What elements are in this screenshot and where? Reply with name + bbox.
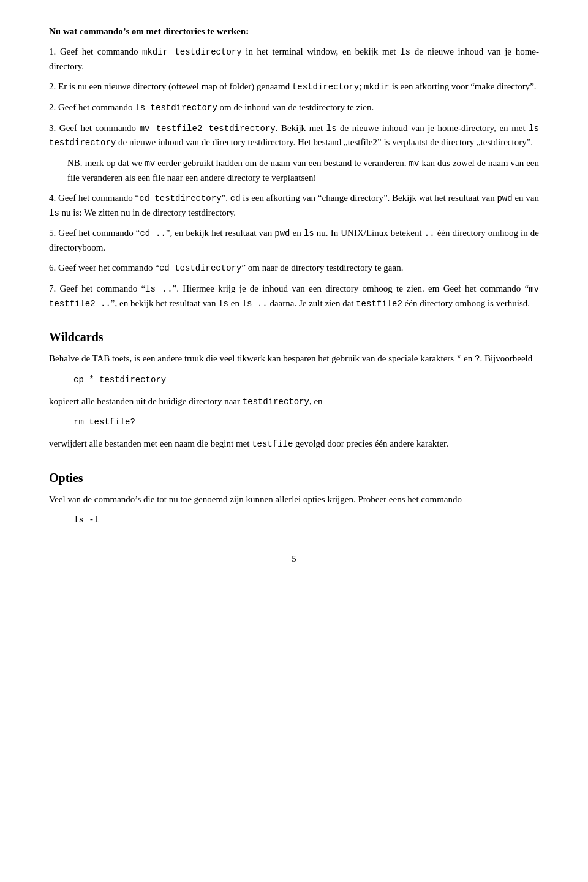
page-number: 5: [49, 552, 539, 566]
code-inline: ls testdirectory: [49, 124, 539, 148]
code-inline: ls ..: [145, 284, 173, 294]
list-item: 1. Geef het commando mkdir testdirectory…: [49, 45, 539, 74]
code-inline: pwd: [497, 194, 512, 203]
opties-para1: Veel van de commando’s die tot nu toe ge…: [49, 492, 539, 507]
wildcards-para1: Behalve de TAB toets, is een andere truu…: [49, 352, 539, 366]
page-content: Nu wat commando’s om met directories te …: [49, 24, 539, 566]
wildcards-heading: Wildcards: [49, 328, 539, 347]
wildcards-para3: verwijdert alle bestanden met een naam d…: [49, 437, 539, 451]
code-inline: ls: [49, 208, 59, 218]
code-inline: ls: [400, 47, 410, 57]
list-item: 2. Geef het commando ls testdirectory om…: [49, 100, 539, 115]
list-item-nb: NB. merk op dat we mv eerder gebruikt ha…: [67, 156, 539, 185]
list-item: 2. Er is nu een nieuwe directory (oftewe…: [49, 80, 539, 94]
code-block-cp: cp * testdirectory: [74, 374, 539, 387]
code-inline: ls: [218, 299, 228, 309]
code-inline: cd ..: [140, 228, 165, 238]
list-item: 3. Geef het commando mv testfile2 testdi…: [49, 121, 539, 150]
code-inline: ?: [475, 354, 480, 364]
code-inline: cd testdirectory: [139, 194, 221, 203]
code-inline: mkdir: [364, 82, 390, 92]
code-inline: mv testfile2 ..: [49, 284, 539, 309]
opties-heading: Opties: [49, 469, 539, 488]
wildcards-para2: kopieert alle bestanden uit de huidige d…: [49, 394, 539, 409]
code-block-rm: rm testfile?: [74, 416, 539, 429]
code-inline: testfile: [252, 439, 293, 449]
code-inline: cd: [230, 194, 241, 203]
list-item: 4. Geef het commando “cd testdirectory”.…: [49, 191, 539, 220]
code-inline: *: [456, 354, 461, 364]
section-intro-heading: Nu wat commando’s om met directories te …: [49, 24, 539, 39]
code-inline: pwd: [274, 228, 290, 238]
code-inline: ls: [304, 228, 314, 238]
code-inline: ..: [424, 228, 435, 238]
code-inline: mv testfile2 testdirectory: [140, 124, 276, 134]
code-inline: testdirectory: [292, 82, 359, 92]
code-block-ls: ls -l: [74, 514, 539, 527]
list-item: 6. Geef weer het commando “cd testdirect…: [49, 261, 539, 276]
code-inline: ls ..: [242, 299, 268, 309]
code-inline: ls testdirectory: [135, 103, 217, 113]
list-item: 5. Geef het commando “cd ..”, en bekijk …: [49, 226, 539, 255]
list-item: 7. Geef het commando “ls ..”. Hiermee kr…: [49, 282, 539, 311]
code-inline: mkdir testdirectory: [142, 47, 242, 57]
code-inline: mv: [409, 159, 420, 168]
code-inline: mv: [145, 159, 155, 168]
code-inline: testdirectory: [243, 397, 309, 407]
code-inline: ls: [326, 124, 337, 134]
code-inline: testfile2: [356, 299, 402, 309]
code-inline: cd testdirectory: [159, 263, 241, 273]
